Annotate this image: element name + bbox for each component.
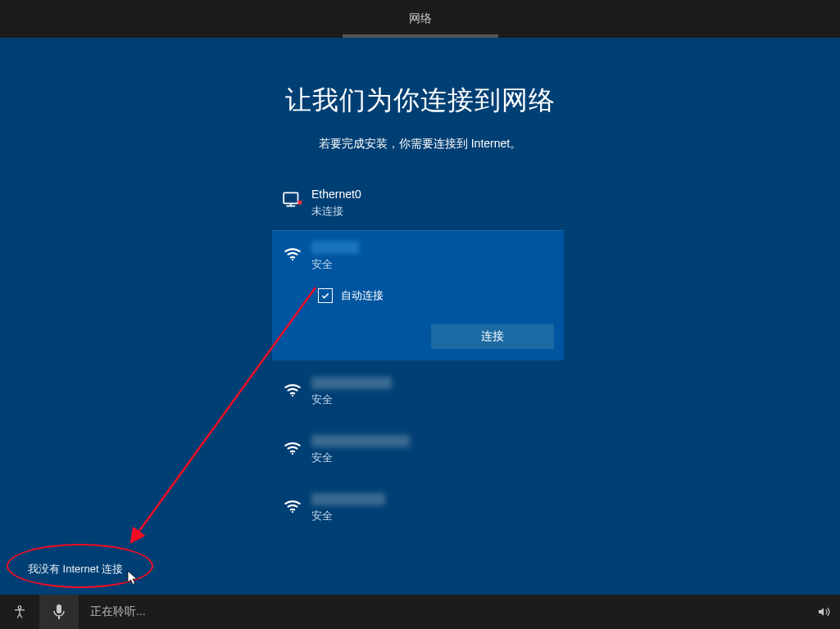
auto-connect-checkbox[interactable] (318, 288, 333, 303)
svg-point-6 (18, 606, 21, 609)
ethernet-item[interactable]: Ethernet0 未连接 (272, 179, 564, 231)
wifi-icon (282, 242, 303, 264)
wifi-item[interactable]: 安全 (272, 369, 564, 415)
wifi-icon (282, 495, 303, 516)
wifi-item[interactable]: 安全 (272, 427, 564, 473)
mic-button[interactable] (39, 595, 79, 629)
wifi-status: 安全 (311, 509, 385, 523)
connect-button[interactable]: 连接 (431, 324, 554, 349)
svg-point-1 (292, 259, 293, 260)
footer-bar: 正在聆听... (0, 595, 840, 629)
svg-rect-7 (57, 604, 61, 613)
wifi-icon (282, 378, 303, 400)
cursor-icon (127, 570, 138, 586)
wifi-item[interactable]: 安全 (272, 485, 564, 532)
page-subtitle: 若要完成安装，你需要连接到 Internet。 (0, 137, 840, 152)
svg-point-2 (292, 395, 293, 396)
accessibility-icon (12, 604, 27, 619)
svg-point-3 (292, 453, 293, 455)
header-bar: 网络 (0, 0, 840, 38)
no-internet-link[interactable]: 我没有 Internet 连接 (28, 562, 123, 577)
wifi-name-blurred (311, 435, 410, 447)
wifi-name-blurred (311, 377, 392, 389)
wifi-status: 安全 (311, 257, 359, 272)
volume-button[interactable] (817, 595, 830, 629)
wifi-status: 安全 (311, 392, 392, 407)
ethernet-status: 未连接 (311, 204, 361, 219)
wifi-item-selected[interactable]: 安全 自动连接 连接 (272, 231, 564, 360)
volume-icon (817, 605, 830, 618)
wifi-name-blurred (311, 493, 385, 505)
checkmark-icon (320, 291, 330, 301)
wifi-name-blurred (311, 241, 359, 254)
svg-point-4 (292, 511, 293, 513)
network-list: Ethernet0 未连接 (272, 179, 564, 532)
wifi-icon (282, 437, 303, 458)
svg-rect-8 (58, 616, 60, 619)
main-panel: 让我们为你连接到网络 若要完成安装，你需要连接到 Internet。 Ether… (0, 38, 840, 595)
page-title: 让我们为你连接到网络 (0, 83, 840, 119)
listening-label: 正在聆听... (90, 604, 146, 619)
svg-rect-0 (284, 192, 297, 203)
mic-icon (53, 604, 65, 619)
auto-connect-label: 自动连接 (341, 288, 384, 303)
header-tab-network[interactable]: 网络 (343, 11, 498, 38)
ethernet-name: Ethernet0 (311, 188, 361, 201)
wifi-status: 安全 (311, 450, 410, 465)
accessibility-button[interactable] (0, 595, 39, 629)
ethernet-icon (282, 189, 303, 210)
